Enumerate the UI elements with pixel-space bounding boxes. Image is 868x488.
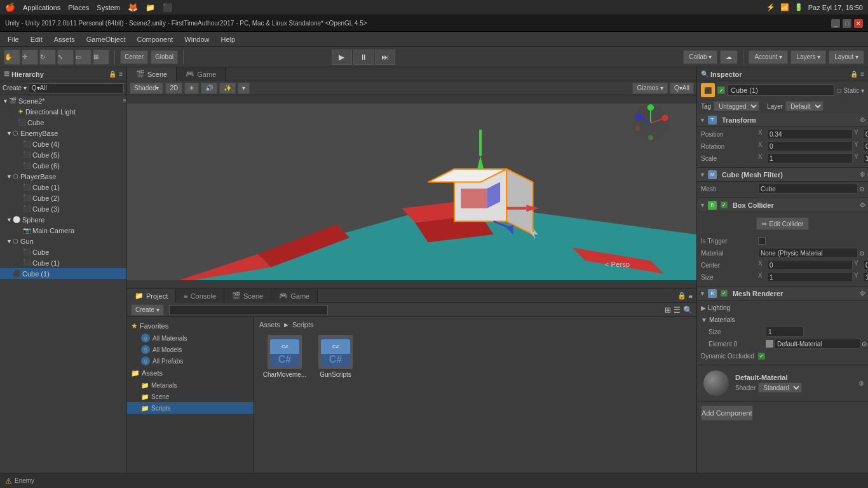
hierarchy-menu-icon[interactable]: ≡ xyxy=(119,71,123,78)
rot-y-input[interactable] xyxy=(863,141,868,151)
layers-button[interactable]: Layers ▾ xyxy=(790,50,826,64)
layer-dropdown[interactable]: Default xyxy=(785,101,824,111)
view-list-btn[interactable]: ☰ xyxy=(674,306,681,315)
tab-game[interactable]: 🎮 Game xyxy=(177,67,226,81)
material-settings-icon[interactable]: ⚙ xyxy=(858,380,864,387)
all-prefabs-item[interactable]: Q All Prefabs xyxy=(127,355,254,367)
account-button[interactable]: Account ▾ xyxy=(749,50,788,64)
material-picker-icon[interactable]: ⊙ xyxy=(859,250,864,257)
material-input[interactable] xyxy=(758,248,858,258)
hier-item-cube4[interactable]: ⬛ Cube (4) xyxy=(0,139,126,149)
mesh-value-input[interactable] xyxy=(758,184,858,194)
menu-window[interactable]: Window xyxy=(179,34,214,44)
2d-toggle[interactable]: 2D xyxy=(165,83,182,94)
menu-gameobject[interactable]: GameObject xyxy=(81,34,131,44)
multi-tool[interactable]: ⊞ xyxy=(93,50,109,65)
box-collider-settings-icon[interactable]: ⚙ xyxy=(860,201,865,208)
move-tool[interactable]: ✛ xyxy=(22,50,38,65)
tab-game-bottom[interactable]: 🎮 Game xyxy=(271,289,318,303)
favorites-header[interactable]: ★ Favorites xyxy=(127,320,254,332)
mesh-filter-header[interactable]: ▼ M Cube (Mesh Filter) ⚙ xyxy=(697,168,868,182)
inspector-menu-icon[interactable]: ≡ xyxy=(860,71,864,78)
obj-name-input[interactable] xyxy=(728,85,834,96)
materials-arrow[interactable]: ▼ xyxy=(701,316,707,323)
center-y-input[interactable] xyxy=(863,260,868,270)
sc-y-input[interactable] xyxy=(863,153,868,163)
center-toggle[interactable]: Center xyxy=(120,50,148,64)
os-app-system[interactable]: System xyxy=(97,4,120,11)
minimize-button[interactable]: _ xyxy=(831,19,840,28)
create-button[interactable]: Create ▾ xyxy=(131,304,164,316)
effects-btn[interactable]: ✨ xyxy=(219,83,236,94)
add-component-button[interactable]: Add Component xyxy=(701,405,753,421)
play-button[interactable]: ▶ xyxy=(332,50,352,65)
box-collider-enabled[interactable]: ✓ xyxy=(721,201,728,208)
view-search-btn[interactable]: 🔍 xyxy=(683,306,693,315)
all-models-item[interactable]: Q All Models xyxy=(127,344,254,355)
scene-canvas[interactable]: < Persp xyxy=(127,95,696,288)
hier-item-scene2[interactable]: ▼ 🎬 Scene2* ≡ xyxy=(0,95,126,106)
close-button[interactable]: ✕ xyxy=(854,19,863,28)
shading-dropdown[interactable]: Shaded ▾ xyxy=(130,83,163,94)
hier-item-cube5[interactable]: ⬛ Cube (5) xyxy=(0,149,126,160)
hier-item-maincam[interactable]: 📷 Main Camera xyxy=(0,225,126,236)
tab-scene[interactable]: 🎬 Scene xyxy=(127,67,177,81)
hier-item-cube[interactable]: ⬛ Cube xyxy=(0,117,126,128)
file-charmovement[interactable]: C# C# CharMoveme... xyxy=(262,335,308,378)
size-x-input[interactable] xyxy=(767,272,853,282)
center-x-input[interactable] xyxy=(767,260,853,270)
lights-btn[interactable]: ☀ xyxy=(184,83,199,94)
project-search[interactable] xyxy=(169,305,328,315)
scale-tool[interactable]: ⤡ xyxy=(57,50,74,65)
mesh-renderer-enabled[interactable]: ✓ xyxy=(721,290,728,297)
element0-picker-icon[interactable]: ⊙ xyxy=(862,341,867,348)
sc-x-input[interactable] xyxy=(767,153,853,163)
rotate-tool[interactable]: ↻ xyxy=(39,50,56,65)
mesh-filter-settings-icon[interactable]: ⚙ xyxy=(860,171,865,178)
mat-size-input[interactable] xyxy=(766,327,804,337)
hier-item-cube1[interactable]: ⬛ Cube (1) xyxy=(0,182,126,193)
path-root[interactable]: Assets xyxy=(259,321,280,329)
mesh-renderer-settings-icon[interactable]: ⚙ xyxy=(860,290,865,297)
edit-collider-button[interactable]: ✏ Edit Collider xyxy=(756,217,810,230)
tab-console[interactable]: ≡ Console xyxy=(176,289,224,303)
assets-header[interactable]: 📁 Assets xyxy=(127,367,254,379)
mesh-picker-icon[interactable]: ⊙ xyxy=(859,186,864,193)
collab-button[interactable]: Collab ▾ xyxy=(683,50,717,64)
is-trigger-checkbox[interactable] xyxy=(758,237,766,245)
hier-item-enemybase[interactable]: ▼ ⬡ EnemyBase xyxy=(0,128,126,139)
gizmos-dropdown[interactable]: Gizmos ▾ xyxy=(632,83,668,94)
static-label[interactable]: Static ▾ xyxy=(843,87,864,94)
tag-dropdown[interactable]: Untagged xyxy=(714,101,759,111)
inspector-lock-icon[interactable]: 🔒 xyxy=(850,71,858,78)
metarials-item[interactable]: 📁 Metarials xyxy=(127,379,254,391)
rot-x-input[interactable] xyxy=(767,141,853,151)
element0-input[interactable] xyxy=(775,339,860,349)
scene-item[interactable]: 📁 Scene xyxy=(127,391,254,402)
view-icons-btn[interactable]: ⊞ xyxy=(665,306,671,315)
pos-x-input[interactable] xyxy=(767,129,853,139)
hand-tool[interactable]: ✋ xyxy=(4,50,20,65)
tab-scene-bottom[interactable]: 🎬 Scene xyxy=(224,289,271,303)
menu-help[interactable]: Help xyxy=(215,34,240,44)
scripts-item[interactable]: 📁 Scripts xyxy=(127,402,254,414)
hier-item-cube1sel[interactable]: ⬛ Cube (1) xyxy=(0,268,126,279)
all-materials-item[interactable]: Q All Materials xyxy=(127,332,254,344)
cloud-button[interactable]: ☁ xyxy=(720,50,738,64)
size-y-input[interactable] xyxy=(863,272,868,282)
layout-button[interactable]: Layout ▾ xyxy=(829,50,864,64)
hier-item-cube6[interactable]: ⬛ Cube (6) xyxy=(0,160,126,171)
maximize-button[interactable]: □ xyxy=(843,19,851,28)
lighting-arrow[interactable]: ▶ xyxy=(701,304,706,311)
os-app-places[interactable]: Places xyxy=(68,4,89,11)
transform-settings-icon[interactable]: ⚙ xyxy=(860,116,865,123)
static-checkbox[interactable]: □ xyxy=(837,87,841,94)
hier-item-sphere[interactable]: ▼ ⚪ Sphere xyxy=(0,214,126,225)
pos-y-input[interactable] xyxy=(863,129,868,139)
hier-item-cube1b[interactable]: ⬛ Cube (1) xyxy=(0,257,126,268)
hierarchy-lock-icon[interactable]: 🔒 xyxy=(109,71,116,78)
hier-item-dirlight[interactable]: ☀ Directional Light xyxy=(0,106,126,117)
hier-item-cube2[interactable]: ⬛ Cube (2) xyxy=(0,193,126,203)
scene-more-btn[interactable]: ▾ xyxy=(238,83,250,94)
search-gizmos[interactable]: Q▾All xyxy=(670,83,694,94)
